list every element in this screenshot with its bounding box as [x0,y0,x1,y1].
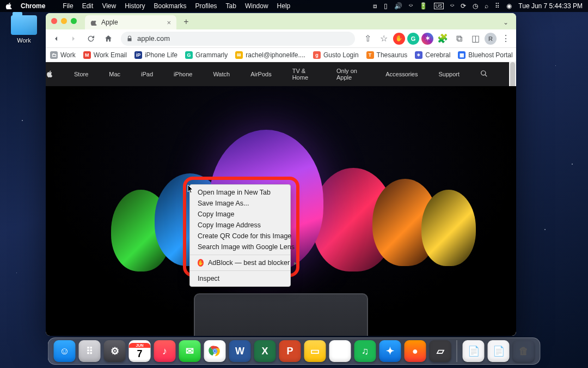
menubar-item-tab[interactable]: Tab [226,2,236,10]
bookmark-grammarly[interactable]: GGrammarly [185,51,228,59]
dropbox-icon[interactable]: ⧈ [373,2,377,10]
menubar-item-bookmarks[interactable]: Bookmarks [154,2,187,10]
dock-activity[interactable]: ▱ [430,340,451,362]
sync-icon[interactable]: ⟳ [461,2,466,10]
ext-adblock-icon[interactable]: ✋ [393,33,405,45]
bookmark-bluehost-portal[interactable]: ▦Bluehost Portal [458,51,512,59]
ctx-save-image-as-[interactable]: Save Image As... [190,198,290,209]
ctx-adblock[interactable]: ✋AdBlock — best ad blocker▸ [190,257,290,268]
bluetooth-icon[interactable]: ⌔ [409,2,413,10]
tab-close-icon[interactable]: × [167,19,171,27]
dock-finder[interactable]: ☺ [54,340,76,362]
clock-icon[interactable]: ◷ [473,2,478,10]
wifi-icon[interactable]: ⌔ [450,2,454,10]
nav-forward-button[interactable] [66,32,81,46]
apple-nav-mac[interactable]: Mac [109,71,120,77]
window-minimize-button[interactable] [61,18,67,24]
doc-icon[interactable]: ▯ [384,2,388,10]
menubar-item-profiles[interactable]: Profiles [195,2,217,10]
apple-nav-airpods[interactable]: AirPods [250,71,272,77]
extensions-puzzle-icon[interactable]: 🧩 [436,32,450,46]
window-zoom-button[interactable] [71,18,77,24]
dock-powerpoint[interactable]: P [279,340,301,362]
window-close-button[interactable] [51,18,57,24]
profile-avatar[interactable]: R [485,33,497,45]
bookmark-star-icon[interactable]: ☆ [377,32,391,46]
menubar-item-window[interactable]: Window [245,2,268,10]
dock-messages[interactable]: ✉ [179,340,201,362]
bookmark-iphone-life[interactable]: iPiPhone Life [134,51,177,59]
chrome-menu-icon[interactable]: ⋮ [499,32,513,46]
nav-home-button[interactable] [101,32,115,46]
desktop-folder-work[interactable]: Work [10,15,38,44]
memoji-yellow [421,190,476,266]
dock-excel[interactable]: X [254,340,276,362]
dock-trash[interactable]: 🗑 [513,340,535,362]
apple-nav-accessories[interactable]: Accessories [385,71,418,77]
dock-music[interactable]: ♪ [154,340,176,362]
ctx-open-image-in-new-tab[interactable]: Open Image in New Tab [190,187,290,198]
apple-nav-watch[interactable]: Watch [213,71,230,77]
apple-nav-tv-home[interactable]: TV & Home [292,68,316,81]
dock-launchpad[interactable]: ⠿ [79,340,101,362]
new-tab-button[interactable]: + [180,15,193,28]
menubar-item-edit[interactable]: Edit [82,2,94,10]
apple-nav-only-on-apple[interactable]: Only on Apple [336,68,365,81]
sidepanel-icon[interactable]: ◫ [468,32,482,46]
ext-color-icon[interactable]: ✶ [421,33,433,45]
chrome-window: Apple × + ⌄ apple.com ⇧ ☆ ✋ G ✶ 🧩 ⧉ ◫ R … [46,13,516,336]
dock-word[interactable]: W [229,340,251,362]
apple-nav-store[interactable]: Store [74,71,88,77]
bookmark-cerebral[interactable]: ✶Cerebral [415,51,450,59]
apple-logo-icon[interactable] [46,70,53,79]
apple-menu-icon[interactable] [5,3,12,9]
apple-nav-search-icon[interactable] [480,70,488,79]
siri-icon[interactable]: ◉ [506,2,512,10]
favicon-icon: M [83,51,91,59]
menubar-item-view[interactable]: View [102,2,116,10]
ctx-inspect[interactable]: Inspect [190,273,290,284]
menubar-clock[interactable]: Tue Jun 7 5:44:33 PM [518,2,583,10]
nav-reload-button[interactable] [84,32,98,46]
dock-firefox[interactable]: ● [405,340,426,362]
dock-notes[interactable]: ▭ [304,340,326,362]
dock-spotify[interactable]: ♫ [354,340,376,362]
control-center-icon[interactable]: ⠿ [495,2,500,10]
tab-title: Apple [101,19,118,26]
menubar-app-name[interactable]: Chrome [21,2,45,10]
lock-icon [126,35,133,42]
dock-safari[interactable]: ✦ [379,340,401,362]
apple-nav-iphone[interactable]: iPhone [174,71,192,77]
address-bar[interactable]: apple.com [121,32,355,46]
bookmark-thesaurus[interactable]: TThesaurus [366,51,408,59]
dock-slack[interactable]: ⌗ [329,340,351,362]
ctx-search-image-with-google-lens[interactable]: Search Image with Google Lens [190,242,290,252]
battery-icon[interactable]: 🔋 [419,2,427,10]
apple-nav-ipad[interactable]: iPad [141,71,153,77]
bookmark-work-email[interactable]: MWork Email [83,51,127,59]
ctx-copy-image-address[interactable]: Copy Image Address [190,220,290,231]
volume-icon[interactable]: 🔊 [394,2,402,10]
apple-nav-support[interactable]: Support [438,71,460,77]
spotlight-icon[interactable]: ⌕ [485,2,488,10]
input-source-icon[interactable]: US [434,3,444,9]
browser-tab-active[interactable]: Apple × [85,15,176,29]
dock-chrome[interactable] [204,340,226,362]
dock-doc1[interactable]: 📄 [463,340,485,362]
menubar-item-file[interactable]: File [63,2,73,10]
menubar-item-help[interactable]: Help [277,2,291,10]
dock-doc2[interactable]: 📄 [488,340,510,362]
dock-settings[interactable]: ⚙ [104,340,126,362]
ctx-create-qr-code-for-this-image[interactable]: Create QR Code for this Image [190,231,290,242]
cast-icon[interactable]: ⧉ [452,32,466,46]
ctx-copy-image[interactable]: Copy Image [190,209,290,220]
share-icon[interactable]: ⇧ [360,32,375,46]
ext-grammarly-icon[interactable]: G [407,33,419,45]
bookmark-rachel-iphonelife-[interactable]: ✉rachel@iphonelife.... [235,51,305,59]
nav-back-button[interactable] [49,32,63,46]
bookmark-work[interactable]: 🗀Work [50,51,76,59]
menubar-item-history[interactable]: History [125,2,145,10]
tabs-overflow-icon[interactable]: ⌄ [503,19,509,26]
bookmark-gusto-login[interactable]: gGusto Login [313,51,359,59]
dock-calendar[interactable]: JUN7 [129,340,151,362]
